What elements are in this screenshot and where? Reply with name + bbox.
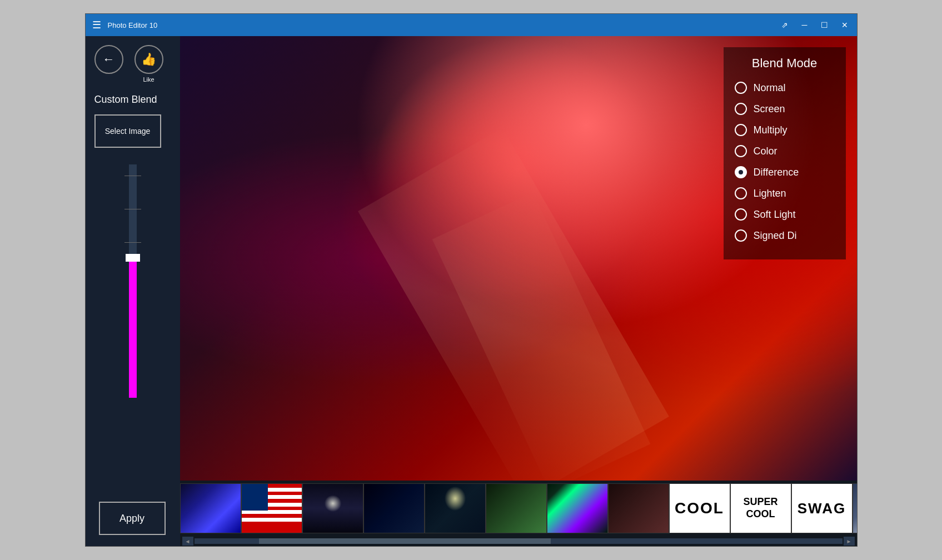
select-image-button[interactable]: Select Image bbox=[94, 114, 161, 148]
app-window: ☰ Photo Editor 10 ⇗ ─ ☐ ✕ ← 👍 Like Custo… bbox=[85, 13, 858, 547]
filmstrip-item-space[interactable] bbox=[363, 483, 425, 533]
slider-container bbox=[94, 159, 171, 537]
filmstrip-item-cool[interactable]: COOL bbox=[669, 483, 730, 533]
like-label: Like bbox=[143, 76, 154, 83]
blend-radio-softlight[interactable] bbox=[735, 208, 747, 221]
app-title: Photo Editor 10 bbox=[108, 21, 779, 29]
blend-radio-normal[interactable] bbox=[735, 82, 747, 94]
blend-label-difference: Difference bbox=[754, 167, 799, 178]
scroll-right-arrow[interactable]: ► bbox=[844, 537, 855, 546]
main-area: Blend Mode Normal Screen Multiply bbox=[180, 36, 857, 546]
blend-radio-multiply[interactable] bbox=[735, 124, 747, 136]
slider-tick bbox=[124, 209, 141, 209]
filmstrip-item-flag[interactable] bbox=[241, 483, 302, 533]
slider-thumb[interactable] bbox=[126, 254, 140, 262]
blend-option-signeddi[interactable]: Signed Di bbox=[735, 229, 835, 242]
custom-blend-title: Custom Blend bbox=[94, 94, 171, 106]
supercool-text: SUPERCOOL bbox=[743, 496, 777, 520]
content-area: ← 👍 Like Custom Blend Select Image bbox=[86, 36, 857, 546]
blend-label-lighten: Lighten bbox=[754, 188, 786, 199]
blend-option-normal[interactable]: Normal bbox=[735, 82, 835, 94]
filmstrip-item-clouds[interactable] bbox=[853, 483, 857, 533]
blend-label-screen: Screen bbox=[754, 103, 785, 115]
blend-mode-title: Blend Mode bbox=[735, 56, 835, 71]
filmstrip-item-neon[interactable] bbox=[547, 483, 608, 533]
filmstrip-item-galaxy[interactable] bbox=[180, 483, 241, 533]
back-button[interactable]: ← bbox=[94, 45, 123, 74]
blend-option-multiply[interactable]: Multiply bbox=[735, 124, 835, 136]
menu-icon[interactable]: ☰ bbox=[92, 19, 101, 31]
blend-option-screen[interactable]: Screen bbox=[735, 103, 835, 115]
scroll-track[interactable] bbox=[195, 538, 843, 544]
blend-label-normal: Normal bbox=[754, 82, 786, 94]
filmstrip-item-green[interactable] bbox=[486, 483, 547, 533]
blend-radio-difference[interactable] bbox=[735, 166, 747, 178]
light-ray-1 bbox=[358, 128, 669, 481]
slider-fill bbox=[129, 258, 137, 398]
blend-option-color[interactable]: Color bbox=[735, 145, 835, 157]
blend-radio-signeddi[interactable] bbox=[735, 229, 747, 242]
blend-radio-lighten[interactable] bbox=[735, 187, 747, 199]
like-button[interactable]: 👍 bbox=[134, 45, 163, 74]
swag-text: SWAG bbox=[798, 500, 846, 517]
blend-label-color: Color bbox=[754, 146, 777, 157]
filmstrip-item-swag[interactable]: SWAG bbox=[791, 483, 853, 533]
light-ray-2 bbox=[432, 192, 650, 481]
slider-tick bbox=[124, 176, 141, 176]
blend-option-lighten[interactable]: Lighten bbox=[735, 187, 835, 199]
titlebar: ☰ Photo Editor 10 ⇗ ─ ☐ ✕ bbox=[86, 14, 857, 36]
sidebar: ← 👍 Like Custom Blend Select Image bbox=[86, 36, 180, 546]
blend-radio-screen[interactable] bbox=[735, 103, 747, 115]
filmstrip-item-grid[interactable] bbox=[608, 483, 669, 533]
blend-option-difference[interactable]: Difference bbox=[735, 166, 835, 178]
like-container: 👍 Like bbox=[134, 45, 163, 83]
cool-text: COOL bbox=[675, 499, 724, 517]
filmstrip-container: COOL SUPERCOOL SWAG bbox=[180, 481, 857, 536]
blend-label-softlight: Soft Light bbox=[754, 209, 796, 221]
blend-radio-color[interactable] bbox=[735, 145, 747, 157]
minimize-button[interactable]: ─ bbox=[799, 21, 810, 29]
blend-option-softlight[interactable]: Soft Light bbox=[735, 208, 835, 221]
scrollbar: ◄ ► bbox=[180, 536, 857, 546]
blend-label-multiply: Multiply bbox=[754, 124, 788, 136]
blend-mode-panel: Blend Mode Normal Screen Multiply bbox=[724, 47, 846, 259]
scroll-thumb[interactable] bbox=[259, 538, 551, 544]
filmstrip-item-moon[interactable] bbox=[425, 483, 486, 533]
maximize-button[interactable]: ☐ bbox=[819, 21, 830, 29]
filmstrip-item-supercool[interactable]: SUPERCOOL bbox=[730, 483, 791, 533]
image-canvas: Blend Mode Normal Screen Multiply bbox=[180, 36, 857, 481]
slider-tick bbox=[124, 242, 141, 243]
apply-button[interactable]: Apply bbox=[99, 502, 166, 535]
toolbar-row: ← 👍 Like bbox=[94, 45, 171, 83]
close-button[interactable]: ✕ bbox=[839, 21, 850, 29]
filmstrip: COOL SUPERCOOL SWAG bbox=[180, 483, 857, 533]
filmstrip-item-night[interactable] bbox=[302, 483, 363, 533]
slider-track[interactable] bbox=[129, 164, 137, 398]
restore-button[interactable]: ⇗ bbox=[779, 21, 790, 29]
scroll-left-arrow[interactable]: ◄ bbox=[182, 537, 193, 546]
window-controls: ⇗ ─ ☐ ✕ bbox=[779, 21, 850, 29]
blend-label-signeddi: Signed Di bbox=[754, 230, 797, 242]
